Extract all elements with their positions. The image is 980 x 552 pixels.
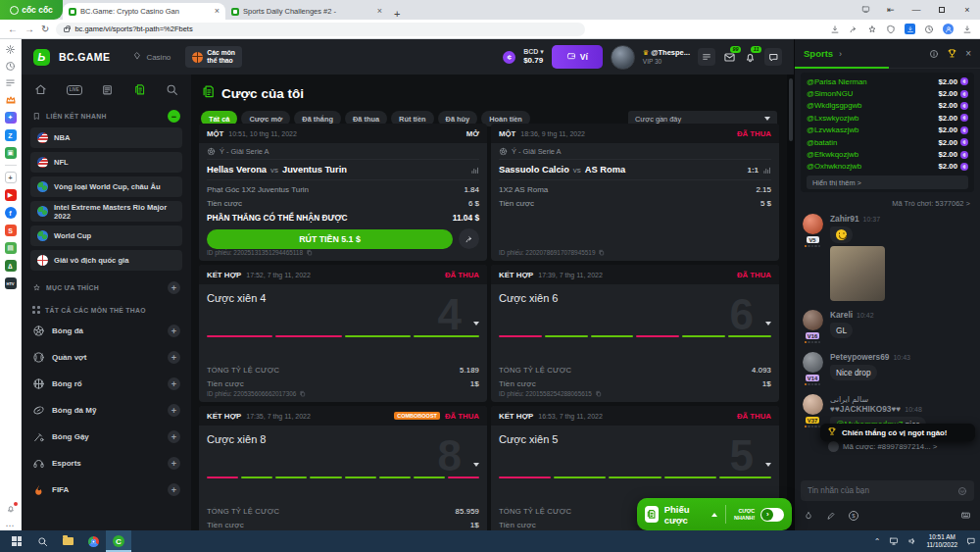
download-manager-icon[interactable] <box>905 24 915 34</box>
coccoc-brand-button[interactable]: cốc cốc <box>0 0 63 20</box>
sidebar-live-icon[interactable]: LIVE <box>67 85 82 95</box>
taskbar-search-button[interactable] <box>29 530 55 552</box>
taskbar-clock[interactable]: 10:51 AM 11/10/2022 <box>926 533 957 550</box>
sidebar-sport-item[interactable]: Quần vợt+ <box>30 345 182 370</box>
wallet-button[interactable]: Ví <box>552 45 603 69</box>
balance-selector[interactable]: BCD ▾ $0.79 <box>523 48 544 65</box>
close-button[interactable]: × <box>955 5 980 15</box>
nav-sports[interactable]: Các mônthể thao <box>185 46 242 69</box>
avatar[interactable] <box>803 352 823 373</box>
bet-card[interactable]: MỘT18:36, 9 thg 11, 2022ĐÃ THUAÝ - Giải … <box>491 124 779 261</box>
profile-icon[interactable] <box>943 24 954 34</box>
volume-icon[interactable] <box>907 532 917 550</box>
rewards-icon[interactable] <box>5 94 17 106</box>
tab-close-icon[interactable]: × <box>215 7 220 16</box>
facebook-icon[interactable]: f <box>5 207 17 219</box>
stats-chart-icon[interactable] <box>470 166 479 175</box>
browser-tab-challenges[interactable]: Sports Daily Challenges #2 - × <box>225 3 388 20</box>
add-icon[interactable]: + <box>5 172 17 183</box>
winner-row[interactable]: @Wkdlgsgpgwb$2.00¢ <box>807 100 968 112</box>
copy-icon[interactable] <box>299 390 306 397</box>
emoji-icon[interactable] <box>957 482 967 500</box>
chat-toggle-button[interactable] <box>764 48 782 66</box>
caret-down-icon[interactable] <box>473 463 479 467</box>
shop-icon[interactable]: ▤ <box>5 242 17 254</box>
sidebar-sport-item[interactable]: Bóng rổ+ <box>30 372 182 396</box>
chat-input[interactable] <box>808 486 953 495</box>
expand-sport-button[interactable]: + <box>168 430 180 443</box>
messenger-icon[interactable]: ✦ <box>5 112 17 124</box>
rain-icon[interactable] <box>804 507 813 525</box>
avatar[interactable] <box>803 310 823 330</box>
bet-card[interactable]: MỘT10:51, 10 thg 11, 2022MỞÝ - Giải Seri… <box>199 124 487 261</box>
expand-sport-button[interactable]: + <box>168 351 180 364</box>
bet-code-message[interactable]: Mã cược: #8997897214... > <box>828 441 976 452</box>
notifications-icon[interactable] <box>5 503 17 515</box>
cast-icon[interactable] <box>853 5 878 16</box>
sync-icon[interactable] <box>924 25 934 34</box>
quick-link-item[interactable]: NBA <box>30 127 182 148</box>
winner-row[interactable]: @Parisa Nierman$2.00¢ <box>807 75 968 87</box>
url-field[interactable]: bc.game/vi/sports?bt-path=%2Fbets <box>56 23 585 36</box>
adblock-shield-icon[interactable] <box>886 25 896 34</box>
expand-sport-button[interactable]: + <box>168 404 180 417</box>
bet-card[interactable]: KẾT HỢP17:52, 7 thg 11, 2022ĐÃ THUACược … <box>199 265 487 402</box>
downloads-tray-icon[interactable] <box>962 25 972 34</box>
save-page-icon[interactable] <box>830 25 840 34</box>
keyboard-icon[interactable] <box>960 507 971 525</box>
winner-row[interactable]: @Oxhwknozjwb$2.00¢ <box>807 161 968 173</box>
winner-row[interactable]: @Lzvwkaszjwb$2.00¢ <box>807 125 968 136</box>
user-info[interactable]: ♛ @Thespe... VIP 30 <box>643 48 690 65</box>
tip-coin-icon[interactable]: $ <box>849 511 858 521</box>
avatar[interactable] <box>803 394 823 415</box>
sidebar-search-icon[interactable] <box>166 83 178 96</box>
quick-link-item[interactable]: Intel Extreme Masters Rio Major 2022 <box>30 201 182 222</box>
sidebar-sport-item[interactable]: Bóng đá+ <box>30 319 182 343</box>
trophy-icon[interactable] <box>947 45 957 63</box>
notifications-button[interactable]: 11 <box>744 51 757 64</box>
betslip-button[interactable]: Phiếu cược CƯỢCNHANH! › <box>637 498 792 530</box>
reading-list-icon[interactable] <box>5 77 16 88</box>
close-chat-icon[interactable]: × <box>965 48 971 59</box>
mail-button[interactable]: 99 <box>723 51 736 64</box>
avatar[interactable] <box>803 214 823 234</box>
quick-bet-toggle[interactable]: › <box>760 508 784 522</box>
scrollbar-thumb[interactable] <box>789 78 793 141</box>
bet-card[interactable]: KẾT HỢP17:35, 7 thg 11, 2022COMBOBOOSTĐÃ… <box>199 406 487 530</box>
tab-close-icon[interactable]: × <box>377 7 382 16</box>
winner-row[interactable]: @batatin$2.00¢ <box>807 136 968 148</box>
winner-row[interactable]: @Efkwkqozjwb$2.00¢ <box>807 148 968 160</box>
history-icon[interactable] <box>5 61 16 72</box>
copy-icon[interactable] <box>306 249 313 256</box>
sidebar-schedule-icon[interactable] <box>101 83 114 96</box>
games-icon[interactable]: ▣ <box>5 147 17 159</box>
action-center-icon[interactable] <box>966 532 976 550</box>
study-icon[interactable]: ∆ <box>5 260 17 272</box>
info-icon[interactable] <box>929 45 939 63</box>
tab-search-icon[interactable]: ⇤ <box>878 5 904 15</box>
tray-expand-icon[interactable]: ⌃ <box>874 537 881 546</box>
copy-icon[interactable] <box>595 390 602 397</box>
shopee-icon[interactable]: S <box>5 225 17 236</box>
share-bet-button[interactable] <box>459 228 479 249</box>
expand-sport-button[interactable]: + <box>168 325 180 337</box>
quick-link-item[interactable]: World Cup <box>30 226 182 246</box>
user-avatar[interactable] <box>611 45 635 70</box>
game-id-link[interactable]: Mã Trò chơi: 5377062 > <box>892 199 970 208</box>
back-icon[interactable]: ← <box>8 24 18 34</box>
chat-image[interactable] <box>830 246 885 301</box>
rules-icon[interactable] <box>826 507 836 525</box>
sidebar-sport-item[interactable]: Bóng đá Mỹ+ <box>30 398 182 423</box>
bcgame-logo-text[interactable]: BC.GAME <box>59 51 110 63</box>
network-icon[interactable] <box>889 532 899 550</box>
zalo-icon[interactable]: Z <box>5 129 17 141</box>
chat-tab-sports[interactable]: Sports <box>804 48 833 59</box>
share-icon[interactable] <box>849 25 858 34</box>
bookmark-star-icon[interactable] <box>867 25 877 34</box>
settings-icon[interactable] <box>5 44 16 55</box>
sidebar-home-icon[interactable] <box>34 83 47 96</box>
browser-tab-bcgame[interactable]: BC.Game: Crypto Casino Gan × <box>63 3 225 20</box>
maximize-button[interactable] <box>929 5 955 15</box>
coccoc-taskbar-button[interactable]: C <box>106 530 131 552</box>
winner-row[interactable]: @SimonNGU$2.00¢ <box>807 87 968 99</box>
